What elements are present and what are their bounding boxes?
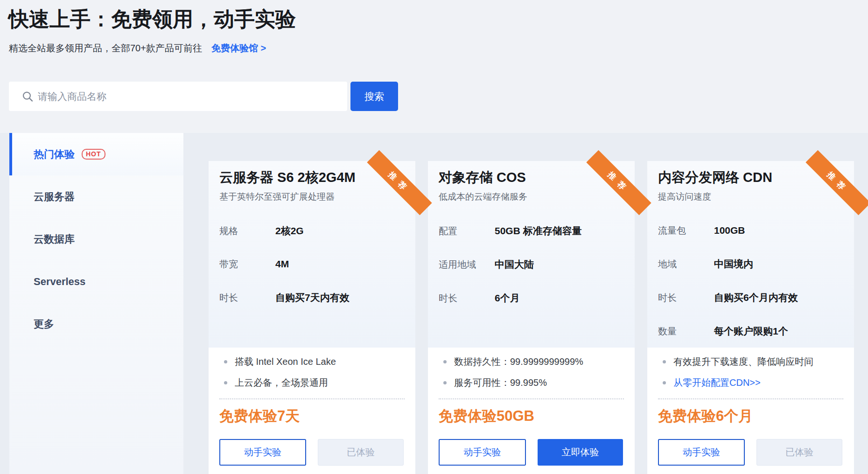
card-action-section: 数据持久性：99.9999999999% 服务可用性：99.995% 免费体验5… [428,348,635,474]
spec-row: 带宽 4M [219,258,407,271]
action-button[interactable]: 动手实验 [219,439,306,466]
card-title: 内容分发网络 CDN [658,168,772,187]
bullet-text: 服务可用性：99.995% [454,377,547,388]
search-box [9,82,347,111]
spec-row: 数量 每个账户限购1个 [658,325,846,338]
spec-value: 自购买7天内有效 [275,291,350,304]
spec-value: 6个月 [495,292,520,305]
action-button[interactable]: 已体验 [318,439,404,466]
card-spec-section: 内容分发网络 CDN 提高访问速度 流量包 100GB 地域 中国境内 时长 自… [647,161,854,348]
product-card: 对象存储 COS 低成本的云端存储服务 配置 50GB 标准存储容量 适用地域 … [428,161,635,474]
search-input[interactable] [9,82,347,111]
card-buttons: 动手实验立即体验 [439,439,623,466]
card-action-section: 搭载 Intel Xeon Ice Lake 上云必备，全场景通用 免费体验7天… [209,348,415,474]
bullet-list: 搭载 Intel Xeon Ice Lake 上云必备，全场景通用 [219,356,405,397]
spec-list: 规格 2核2G 带宽 4M 时长 自购买7天内有效 [219,224,407,325]
spec-label: 数量 [658,325,714,338]
card-buttons: 动手实验已体验 [658,439,842,466]
sidebar-item[interactable]: 云服务器 [9,175,183,218]
action-button[interactable]: 立即体验 [538,439,623,466]
search-button[interactable]: 搜索 [350,82,398,111]
promo-text: 免费体验7天 [219,406,300,426]
spec-label: 流量包 [658,224,714,237]
spec-row: 时长 自购买7天内有效 [219,291,407,304]
promo-text: 免费体验50GB [439,406,534,426]
bullet-list: 数据持久性：99.9999999999% 服务可用性：99.995% [439,356,624,397]
spec-value: 2核2G [275,224,304,237]
sidebar-item[interactable]: 更多 [9,303,183,345]
bullet-item: 服务可用性：99.995% [439,376,624,389]
bullet-item: 有效提升下载速度、降低响应时间 [658,356,843,368]
spec-value: 每个账户限购1个 [714,325,788,338]
spec-label: 带宽 [219,258,275,271]
spec-row: 适用地域 中国大陆 [439,258,626,271]
spec-label: 地域 [658,258,714,271]
page-title: 快速上手：免费领用，动手实验 [8,6,296,33]
bullet-text: 搭载 Intel Xeon Ice Lake [235,356,336,367]
card-title: 云服务器 S6 2核2G4M [219,168,356,187]
spec-row: 时长 6个月 [439,292,626,305]
spec-row: 流量包 100GB [658,224,846,237]
sidebar-item-label: 更多 [34,317,54,331]
spec-row: 规格 2核2G [219,224,407,237]
action-button[interactable]: 已体验 [756,439,842,466]
card-title: 对象存储 COS [439,168,526,187]
bullet-item: 数据持久性：99.9999999999% [439,356,624,368]
sidebar-item-label: 热门体验 [34,147,75,161]
sidebar-item-label: Serverless [34,276,85,288]
card-subtitle: 低成本的云端存储服务 [439,191,527,203]
hot-badge: HOT [82,149,105,160]
promo-text: 免费体验6个月 [658,406,753,426]
card-spec-section: 对象存储 COS 低成本的云端存储服务 配置 50GB 标准存储容量 适用地域 … [428,161,635,348]
sidebar-item-label: 云数据库 [34,232,75,246]
card-subtitle: 提高访问速度 [658,191,711,203]
spec-label: 时长 [219,292,275,304]
spec-label: 适用地域 [439,258,495,271]
sidebar-item[interactable]: 云数据库 [9,218,183,260]
page-subtitle: 精选全站最多领用产品，全部70+款产品可前往 免费体验馆 > [9,42,266,55]
dotted-divider [219,398,405,399]
bullet-item: 上云必备，全场景通用 [219,376,405,389]
free-trial-page: 快速上手：免费领用，动手实验 精选全站最多领用产品，全部70+款产品可前往 免费… [0,0,868,474]
bullet-text: 上云必备，全场景通用 [235,377,328,388]
product-card: 内容分发网络 CDN 提高访问速度 流量包 100GB 地域 中国境内 时长 自… [647,161,854,474]
spec-list: 配置 50GB 标准存储容量 适用地域 中国大陆 时长 6个月 [439,224,626,325]
spec-value: 中国境内 [714,258,753,271]
spec-value: 中国大陆 [495,258,534,271]
spec-value: 4M [275,258,289,270]
bullet-link[interactable]: 从零开始配置CDN>> [658,376,843,389]
dotted-divider [439,398,624,399]
sidebar-item[interactable]: Serverless [9,260,183,303]
page-subtitle-text: 精选全站最多领用产品，全部70+款产品可前往 [9,42,202,55]
sidebar-item-label: 云服务器 [34,190,75,204]
action-button[interactable]: 动手实验 [439,439,526,466]
spec-label: 时长 [439,292,495,305]
free-trial-hall-link[interactable]: 免费体验馆 > [211,42,266,55]
spec-list: 流量包 100GB 地域 中国境内 时长 自购买6个月内有效 数量 每个账户限购… [658,224,846,358]
bullet-item: 搭载 Intel Xeon Ice Lake [219,356,405,368]
spec-row: 配置 50GB 标准存储容量 [439,224,626,237]
action-button[interactable]: 动手实验 [658,439,745,466]
bullet-list: 有效提升下载速度、降低响应时间 从零开始配置CDN>> [658,356,843,397]
spec-row: 时长 自购买6个月内有效 [658,291,846,304]
bullet-text: 有效提升下载速度、降低响应时间 [673,356,813,367]
spec-value: 100GB [714,225,745,236]
sidebar-item[interactable]: 热门体验 HOT [9,133,183,175]
card-subtitle: 基于英特尔至强可扩展处理器 [219,191,335,203]
card-spec-section: 云服务器 S6 2核2G4M 基于英特尔至强可扩展处理器 规格 2核2G 带宽 … [209,161,415,348]
spec-value: 自购买6个月内有效 [714,291,798,304]
card-buttons: 动手实验已体验 [219,439,404,466]
bullet-text: 数据持久性：99.9999999999% [454,356,583,367]
spec-value: 50GB 标准存储容量 [495,224,582,237]
dotted-divider [658,398,843,399]
spec-label: 配置 [439,225,495,237]
sidebar: 热门体验 HOT 云服务器 云数据库 Serverless 更多 [9,133,183,474]
spec-row: 地域 中国境内 [658,258,846,271]
bullet-text: 从零开始配置CDN>> [673,377,761,388]
product-card: 云服务器 S6 2核2G4M 基于英特尔至强可扩展处理器 规格 2核2G 带宽 … [209,161,415,474]
spec-label: 时长 [658,292,714,304]
spec-label: 规格 [219,225,275,237]
card-action-section: 有效提升下载速度、降低响应时间 从零开始配置CDN>> 免费体验6个月 动手实验… [647,348,854,474]
